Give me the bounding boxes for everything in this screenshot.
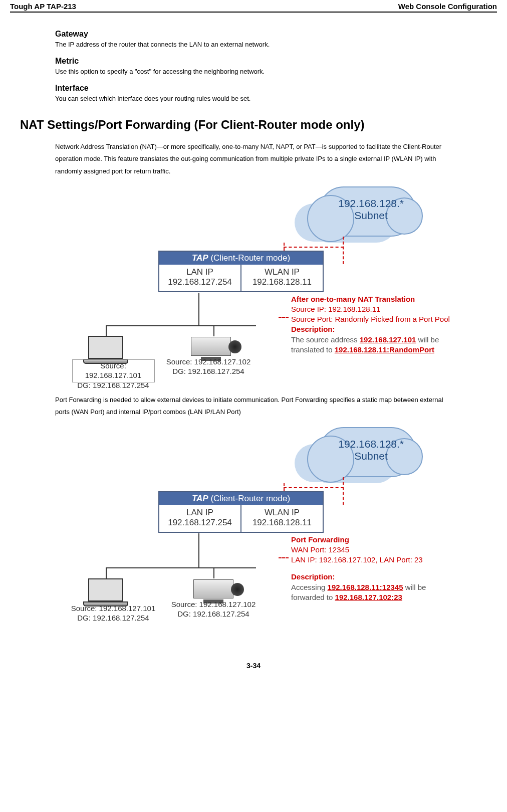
lan2-ip: 192.168.127.254	[159, 518, 240, 528]
ann1-d1b: 192.168.127.101	[360, 335, 416, 344]
lan-ip: 192.168.127.254	[159, 277, 240, 287]
wlan-label: WLAN IP	[241, 267, 323, 277]
ann2-d1c: will be	[403, 583, 426, 591]
heading-interface: Interface	[55, 84, 452, 93]
ann1-d1c: will be	[416, 335, 439, 344]
tap2-mode: (Client-Router mode)	[210, 494, 290, 503]
ann1-sourceip: Source IP: 192.168.128.11	[291, 304, 451, 314]
tap-box: TAP (Client-Router mode) LAN IP 192.168.…	[158, 251, 324, 292]
paragraph-portfwd: Port Forwarding is needed to allow exter…	[55, 394, 452, 418]
wlan-ip: 192.168.128.11	[241, 277, 323, 287]
header-left: Tough AP TAP-213	[10, 2, 76, 11]
ann2-d2a: forwarded to	[291, 593, 335, 601]
cloud2-subnet-label: Subnet	[338, 450, 404, 462]
ann2-wanport: WAN Port: 12345	[291, 545, 446, 555]
ann2-title: Port Forwarding	[291, 535, 446, 545]
ann2-lanip: LAN IP: 192.168.127.102, LAN Port: 23	[291, 555, 446, 565]
wlan2-ip: 192.168.128.11	[241, 518, 323, 528]
cloud2-subnet-ip: 192.168.128.*	[338, 438, 404, 450]
dev1-source: Source: 192.168.127.101	[73, 361, 153, 380]
header-right: Web Console Configuration	[398, 2, 497, 11]
ann1-d2b: 192.168.128.11:RandomPort	[335, 345, 434, 354]
diagram-nat: 192.168.128.* Subnet TAP (Client-Router …	[63, 186, 444, 382]
d2-dev1-dg: DG: 192.168.127.254	[68, 613, 158, 623]
cloud-subnet-label: Subnet	[338, 210, 404, 222]
d2-dev1-source: Source: 192.168.127.101	[68, 603, 158, 614]
ann2-d2b: 192.168.127.102:23	[335, 593, 402, 601]
main-heading: NAT Settings/Port Forwarding (For Client…	[20, 118, 452, 132]
text-gateway: The IP address of the router that connec…	[55, 40, 452, 50]
text-metric: Use this option to specify a "cost" for …	[55, 67, 452, 77]
paragraph-nat: Network Address Translation (NAT)—or mor…	[55, 141, 452, 177]
diagram-portfwd: 192.168.128.* Subnet TAP (Client-Router …	[63, 427, 444, 623]
annotation-nat: After one-to-many NAT Translation Source…	[291, 294, 451, 355]
d2-dev2-dg: DG: 192.168.127.254	[168, 609, 259, 619]
dev1-dg: DG: 192.168.127.254	[73, 380, 153, 390]
tap2-prefix: TAP	[192, 494, 208, 503]
ann1-title: After one-to-many NAT Translation	[291, 294, 451, 304]
cloud-subnet-ip: 192.168.128.*	[338, 197, 404, 210]
lan2-label: LAN IP	[159, 508, 240, 518]
page-number: 3-34	[10, 662, 497, 670]
text-interface: You can select which interface does your…	[55, 94, 452, 104]
annotation-portfwd: Port Forwarding WAN Port: 12345 LAN IP: …	[291, 535, 446, 603]
lan-label: LAN IP	[159, 267, 240, 277]
wlan2-label: WLAN IP	[241, 508, 323, 518]
d2-dev2-source: Source: 192.168.127.102	[168, 599, 259, 610]
heading-metric: Metric	[55, 57, 452, 66]
ann1-d1a: The source address	[291, 335, 360, 344]
heading-gateway: Gateway	[55, 30, 452, 39]
tap-box-2: TAP (Client-Router mode) LAN IP 192.168.…	[158, 491, 324, 533]
ann2-d1b: 192.168.128.11:12345	[328, 583, 403, 591]
ann1-d2a: translated to	[291, 345, 335, 354]
dev2-dg: DG: 192.168.127.254	[163, 366, 254, 376]
tap-prefix: TAP	[192, 253, 208, 263]
ann1-sourceport: Source Port: Randomly Picked from a Port…	[291, 314, 451, 324]
ann1-desc-label: Description:	[291, 324, 451, 334]
dev2-source: Source: 192.168.127.102	[163, 357, 254, 367]
tap-mode: (Client-Router mode)	[210, 253, 290, 263]
ann2-d1a: Accessing	[291, 583, 328, 591]
ann2-desc-label: Description:	[291, 572, 446, 582]
